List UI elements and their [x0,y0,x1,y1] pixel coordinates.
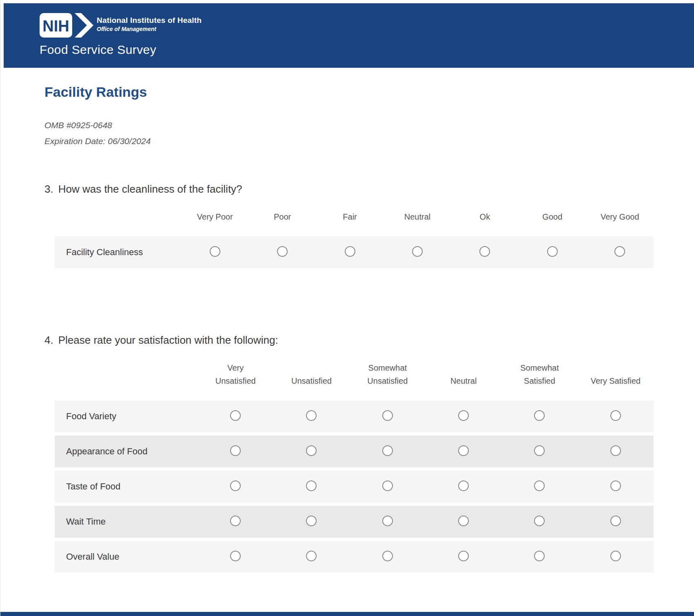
radio-taste-of-food-very-satisfied[interactable] [610,480,621,491]
row-label-taste-of-food: Taste of Food [55,471,197,503]
column-header-very-satisfied: Very Satisfied [578,361,654,397]
matrix-header-spacer [55,210,181,233]
column-header-unsatisfied: Unsatisfied [273,361,349,397]
radio-facility-cleanliness-very-poor[interactable] [210,246,220,257]
radio-appearance-of-food-neutral[interactable] [458,445,469,456]
radio-appearance-of-food-unsatisfied[interactable] [306,445,317,456]
question-3: 3. How was the cleanliness of the facili… [44,182,653,271]
radio-overall-value-unsatisfied[interactable] [306,551,317,561]
radio-appearance-of-food-very-unsatisfied[interactable] [230,445,241,456]
row-label-wait-time: Wait Time [55,506,197,538]
radio-cell [248,236,316,268]
radio-wait-time-somewhat-satisfied[interactable] [534,516,545,526]
radio-cell [350,541,426,573]
radio-cell [350,400,426,432]
row-label-facility-cleanliness: Facility Cleanliness [55,236,181,268]
radio-food-variety-very-satisfied[interactable] [610,410,621,421]
row-label-food-variety: Food Variety [55,400,197,432]
radio-wait-time-unsatisfied[interactable] [306,516,317,526]
matrix-header-spacer [55,361,197,397]
question-4-number: 4. [44,334,53,347]
omb-block: OMB #0925-0648 Expiration Date: 06/30/20… [44,118,653,149]
column-header-fair: Fair [316,210,384,233]
radio-facility-cleanliness-poor[interactable] [277,246,288,257]
radio-cell [578,436,654,467]
radio-cell [578,541,654,573]
rating-matrix: Very UnsatisfiedUnsatisfiedSomewhat Unsa… [55,358,654,576]
radio-cell [578,506,654,538]
radio-wait-time-very-satisfied[interactable] [610,516,621,526]
radio-overall-value-somewhat-unsatisfied[interactable] [382,551,393,561]
radio-cell [501,541,577,573]
radio-taste-of-food-very-unsatisfied[interactable] [230,480,241,491]
radio-wait-time-very-unsatisfied[interactable] [230,516,241,526]
radio-food-variety-somewhat-unsatisfied[interactable] [382,410,393,421]
question-3-number: 3. [44,182,53,196]
footer-bar [0,612,694,616]
radio-cell [350,471,426,503]
radio-food-variety-neutral[interactable] [458,410,469,421]
radio-wait-time-neutral[interactable] [458,516,469,526]
column-header-very-poor: Very Poor [181,210,248,233]
radio-cell [273,541,349,573]
radio-cell [426,436,501,467]
radio-taste-of-food-somewhat-unsatisfied[interactable] [382,480,393,491]
question-4: 4. Please rate your satisfaction with th… [44,334,653,576]
radio-facility-cleanliness-good[interactable] [547,246,558,257]
radio-cell [181,236,248,268]
brand-text: National Institutes of Health Office of … [97,13,202,33]
radio-cell [501,400,577,432]
radio-wait-time-somewhat-unsatisfied[interactable] [382,516,393,526]
radio-appearance-of-food-very-satisfied[interactable] [610,445,621,456]
radio-cell [273,471,349,503]
radio-facility-cleanliness-very-good[interactable] [614,246,625,257]
radio-cell [426,541,501,573]
radio-food-variety-somewhat-satisfied[interactable] [534,410,545,421]
survey-header: NIH National Institutes of Health Office… [4,3,694,68]
row-label-overall-value: Overall Value [55,541,197,573]
radio-facility-cleanliness-neutral[interactable] [412,246,423,257]
radio-food-variety-very-unsatisfied[interactable] [230,410,241,421]
radio-overall-value-very-unsatisfied[interactable] [230,551,241,561]
row-label-appearance-of-food: Appearance of Food [55,436,197,467]
question-3-matrix: Very PoorPoorFairNeutralOkGoodVery GoodF… [55,207,653,271]
radio-cell [350,436,426,467]
radio-overall-value-neutral[interactable] [458,551,469,561]
org-subtitle: Office of Management [97,26,202,33]
question-3-text: How was the cleanliness of the facility? [58,182,242,196]
radio-cell [197,400,273,432]
radio-cell [586,236,654,268]
radio-cell [501,436,577,467]
radio-cell [426,506,501,538]
radio-cell [197,506,273,538]
page-title: Facility Ratings [44,84,653,100]
column-header-somewhat-unsatisfied: Somewhat Unsatisfied [350,361,426,397]
rating-matrix: Very PoorPoorFairNeutralOkGoodVery GoodF… [55,207,654,271]
radio-cell [197,471,273,503]
question-4-title: 4. Please rate your satisfaction with th… [44,334,653,347]
radio-cell [197,541,273,573]
column-header-ok: Ok [451,210,519,233]
matrix-row-wait-time: Wait Time [55,506,654,538]
radio-taste-of-food-somewhat-satisfied[interactable] [534,480,545,491]
matrix-row-overall-value: Overall Value [55,541,654,573]
column-header-neutral: Neutral [426,361,501,397]
radio-cell [501,506,577,538]
radio-cell [578,471,654,503]
radio-food-variety-unsatisfied[interactable] [306,410,317,421]
radio-overall-value-very-satisfied[interactable] [610,551,621,561]
brand-row: NIH National Institutes of Health Office… [4,3,694,38]
radio-overall-value-somewhat-satisfied[interactable] [534,551,545,561]
radio-appearance-of-food-somewhat-satisfied[interactable] [534,445,545,456]
radio-cell [316,236,384,268]
column-header-good: Good [519,210,586,233]
question-4-matrix: Very UnsatisfiedUnsatisfiedSomewhat Unsa… [55,358,653,576]
radio-taste-of-food-unsatisfied[interactable] [306,480,317,491]
radio-cell [273,400,349,432]
radio-facility-cleanliness-ok[interactable] [479,246,490,257]
radio-cell [578,400,654,432]
radio-taste-of-food-neutral[interactable] [458,480,469,491]
radio-facility-cleanliness-fair[interactable] [345,246,355,257]
radio-appearance-of-food-somewhat-unsatisfied[interactable] [382,445,393,456]
form-page: Facility Ratings OMB #0925-0648 Expirati… [44,84,653,576]
